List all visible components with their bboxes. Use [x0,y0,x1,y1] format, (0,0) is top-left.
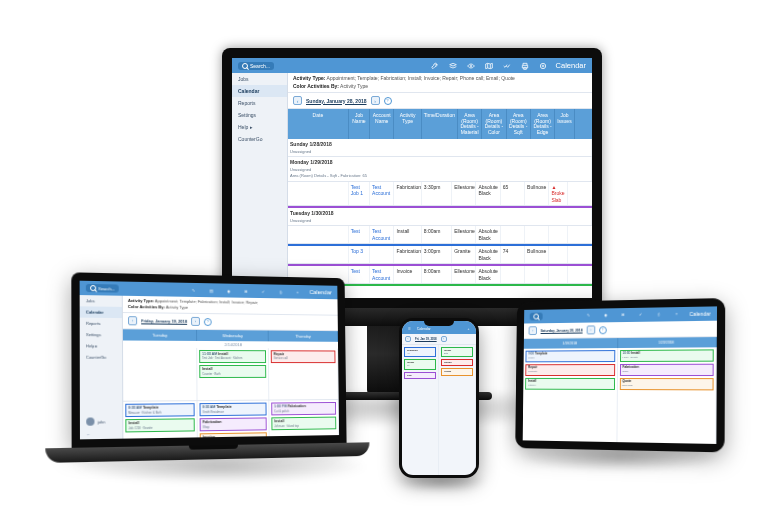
day-column: 8:30 AM TemplateMeasure · Kitchen & Bath… [123,401,198,438]
sidebar-item-reports[interactable]: Reports [80,318,122,330]
calendar-event[interactable]: InstallCounter · Bath [199,365,266,378]
next-day-button[interactable]: › [586,325,595,334]
layers-icon[interactable]: ▤ [206,286,216,294]
plus-icon[interactable] [538,62,548,70]
search-icon [533,314,539,320]
eye-icon[interactable]: ◉ [601,311,611,319]
day-column: 11:00 AM InstallTest Job · Test Account … [197,348,269,400]
calendar-event[interactable]: RepairService call [271,350,336,363]
map-icon[interactable]: ⊞ [241,287,251,295]
search-input[interactable]: Search... [86,284,119,293]
plus-icon[interactable]: ＋ [467,327,470,331]
next-day-button[interactable]: › [441,336,447,342]
activity-row[interactable]: Top 3Fabrication3:00pmGraniteAbsolute Bl… [288,246,592,264]
layers-icon[interactable] [448,62,458,70]
sidebar-item-help[interactable]: Help ▸ [232,121,287,133]
calendar-event[interactable]: 9:00 TemplateJones [525,350,614,362]
calendar-event[interactable]: 10:30 InstallMiller · Quartz [620,349,714,362]
eye-icon[interactable]: ◉ [224,287,234,295]
date-group-row[interactable]: Sunday 1/28/2018Unassigned [288,139,592,157]
wrench-icon[interactable] [430,62,440,70]
current-date[interactable]: Fri, Jan 19, 2018 [415,337,437,341]
sidebar-item-calendar[interactable]: Calendar [232,85,287,97]
checkmarks-icon[interactable]: ✓ [636,311,646,319]
sidebar-item-countergo[interactable]: CounterGo [232,133,287,145]
calendar-event[interactable]: TemplateAM [404,347,436,357]
calendar-event[interactable]: QuoteNew lead [619,378,713,390]
page-title: Calendar [556,61,586,70]
date-header: 1/19/2018 [524,338,618,349]
calendar-event[interactable]: InstallKit [404,359,436,369]
day-column: TemplateAMInstallKitFab [402,345,439,475]
search-input[interactable]: Search... [238,62,274,70]
date-picker: ‹ Fri, Jan 19, 2018 › [402,334,476,345]
prev-day-button[interactable]: ‹ [128,316,137,325]
current-date[interactable]: Friday, January 19, 2018 [141,318,187,324]
date-group-row[interactable]: Tuesday 1/30/2018Unassigned [288,208,592,226]
sidebar-item-settings[interactable]: Settings [232,109,287,121]
activity-row[interactable]: TestTest AccountInstall8:00amEllestoneAb… [288,226,592,244]
calendar-event[interactable]: 8:30 AM TemplateSmith Residence [200,403,267,417]
map-icon[interactable]: ⊞ [618,311,628,319]
sidebar-item-settings[interactable]: Settings [80,329,122,341]
help-icon[interactable]: ? [204,318,212,326]
calendar-event[interactable]: FabricationShop [619,364,713,376]
calendar-event[interactable]: Quote [441,368,473,375]
sidebar-item-reports[interactable]: Reports [232,97,287,109]
calendar-event[interactable]: InstallJohnson · Island top [271,417,336,431]
activity-row[interactable]: Test Job 1Test AccountFabrication3:30pmE… [288,182,592,207]
calendar-event[interactable]: RepairWarranty [525,364,614,376]
week-body: 9:00 TemplateJonesRepairWarrantyInstallK… [523,347,717,444]
calendar-event[interactable]: Fab [404,372,436,379]
search-icon [242,63,248,69]
calendar-event[interactable]: FabricationShop [200,418,267,432]
sidebar-item-calendar[interactable]: Calendar [80,306,122,318]
help-icon[interactable]: ? [599,326,607,334]
eye-icon[interactable] [466,62,476,70]
printer-icon[interactable]: ⎙ [275,287,285,295]
user-menu[interactable]: john [80,413,122,430]
help-icon[interactable]: ? [384,97,392,105]
search-input[interactable]: Search... [530,313,543,321]
calendar-event[interactable]: 8:30 AM TemplateMeasure · Kitchen & Bath [125,403,194,417]
col-header: Area (Room) Details - Material [458,109,482,139]
date-group-row[interactable]: Monday 1/29/2018UnassignedArea (Room) De… [288,157,592,182]
calendar-event[interactable]: 1:00 PM FabricationCut & polish [271,402,336,415]
calendar-event[interactable]: 11:00 AM InstallTest Job · Test Account … [199,350,266,363]
col-header: Activity Type [394,109,421,139]
current-date[interactable]: Saturday, January 20, 2018 [541,328,583,332]
map-icon[interactable] [484,62,494,70]
next-day-button[interactable]: › [191,317,200,326]
prev-day-button[interactable]: ‹ [293,96,302,105]
weekday-header: Wednesday [197,330,269,341]
page-title: Calendar [689,311,711,317]
checkmarks-icon[interactable] [502,62,512,70]
calendar-event[interactable]: InstallBath [441,347,473,357]
sidebar-item-help[interactable]: Help ▸ [80,340,122,351]
sidebar-item-jobs[interactable]: Jobs [232,73,287,85]
plus-icon[interactable]: ＋ [292,288,301,296]
sidebar-item-countergo[interactable]: CounterGo [80,352,122,363]
wrench-icon[interactable]: ✎ [584,312,594,320]
prev-day-button[interactable]: ‹ [529,326,537,335]
sidebar-item-jobs[interactable]: Jobs [80,295,122,307]
day-table-header: DateJob NameAccount NameActivity TypeTim… [288,109,592,139]
imac-app: Search... Calendar JobsCalendarReportsSe… [232,58,592,298]
printer-icon[interactable] [520,62,530,70]
current-date[interactable]: Sunday, January 28, 2018 [306,98,367,104]
collapse-sidebar-button[interactable]: ← [80,429,122,439]
calendar-event[interactable]: Repair [441,359,473,366]
prev-day-button[interactable]: ‹ [405,336,411,342]
menu-icon[interactable]: ☰ [408,327,411,331]
calendar-event[interactable]: InstallJob #218 · Granite [125,419,194,433]
day-column: RepairService call [269,348,339,399]
date-picker: ‹ Friday, January 19, 2018 › ? [123,313,338,331]
plus-icon[interactable]: ＋ [671,310,681,318]
svg-point-0 [470,65,472,67]
next-day-button[interactable]: › [371,96,380,105]
calendar-event[interactable]: InstallKitchen [525,378,614,390]
checkmarks-icon[interactable]: ✓ [258,287,268,295]
printer-icon[interactable]: ⎙ [653,310,663,318]
wrench-icon[interactable]: ✎ [189,286,199,294]
calendar-event[interactable]: Invoice#1043 [200,433,267,439]
